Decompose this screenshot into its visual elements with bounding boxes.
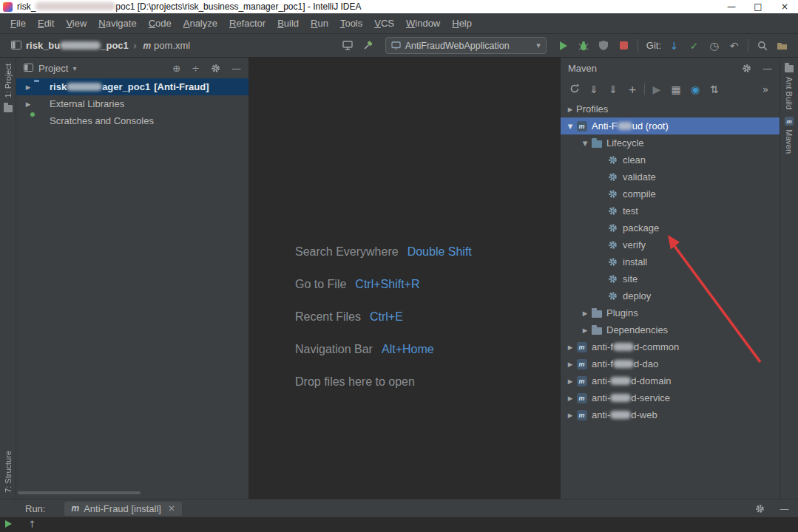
menu-file[interactable]: File (4, 16, 32, 31)
search-everywhere-icon[interactable] (752, 37, 772, 55)
gear-icon[interactable] (742, 64, 751, 73)
stop-button[interactable] (614, 37, 634, 55)
maven-module-dao[interactable]: ▶ m anti-fd-dao (561, 355, 780, 372)
offline-mode-icon[interactable]: ◉ (686, 83, 705, 95)
maven-goal-site[interactable]: site (561, 270, 780, 287)
chevron-down-icon[interactable]: ▼ (564, 123, 576, 130)
close-button[interactable]: × (771, 0, 798, 13)
maven-module-icon: m (576, 393, 587, 403)
run-config-select[interactable]: AntiFraudWebApplication ▾ (385, 37, 547, 54)
menu-vcs[interactable]: VCS (368, 16, 400, 31)
gear-icon[interactable] (211, 64, 220, 73)
git-commit-icon[interactable]: ✓ (684, 37, 704, 55)
maven-goal-validate[interactable]: validate (561, 168, 780, 185)
maven-goal-package[interactable]: package (561, 219, 780, 236)
generate-sources-icon[interactable]: ⇓ (584, 83, 603, 95)
maven-goal-install[interactable]: install (561, 253, 780, 270)
project-tree-external-libraries[interactable]: ▶ External Libraries (16, 95, 248, 112)
chevron-right-icon[interactable]: ▶ (564, 412, 576, 419)
toolstripe-ant-build[interactable]: Ant Build (785, 77, 794, 109)
git-update-icon[interactable]: ↓ (664, 37, 684, 55)
chevron-right-icon[interactable]: ▶ (579, 310, 591, 317)
maven-node-root-project[interactable]: ▼ m Anti-Fud (root) (561, 117, 780, 134)
maximize-button[interactable]: □ (745, 0, 771, 13)
gear-icon[interactable] (755, 504, 765, 514)
chevron-right-icon[interactable]: ▶ (564, 395, 576, 402)
maven-module-web[interactable]: ▶ m anti-d-web (561, 406, 780, 423)
hint-recent-files: Recent FilesCtrl+E (295, 310, 472, 324)
toolstripe-structure[interactable]: 7: Structure (4, 451, 13, 493)
maven-node-profiles[interactable]: ▶ Profiles (561, 100, 780, 117)
horizontal-scrollbar[interactable] (18, 491, 141, 494)
expand-collapse-icon[interactable]: ⇅ (705, 83, 724, 95)
chevron-down-icon[interactable]: ▼ (579, 140, 591, 147)
toolstripe-project[interactable]: 1: Project (4, 64, 13, 98)
hide-panel-icon[interactable]: — (763, 63, 772, 74)
run-goal-icon[interactable]: ▶ (647, 83, 666, 95)
project-tree-root[interactable]: ▶ riskager_poc1 [Anti-Fraud] (16, 78, 248, 95)
chevron-right-icon[interactable]: ▶ (22, 100, 34, 108)
git-rollback-icon[interactable]: ↶ (724, 37, 744, 55)
maven-goal-compile[interactable]: compile (561, 185, 780, 202)
maven-goal-verify[interactable]: verify (561, 236, 780, 253)
intellij-idea-window: risk_poc1 [D:\projects\risk_business_man… (0, 0, 798, 532)
collapse-all-icon[interactable]: ÷ (192, 63, 200, 74)
menu-help[interactable]: Help (446, 16, 478, 31)
breadcrumb-project[interactable]: risk_bu_poc1 (26, 40, 129, 51)
maven-module-service[interactable]: ▶ m anti-d-service (561, 389, 780, 406)
maven-node-plugins[interactable]: ▶ Plugins (561, 304, 780, 321)
chevron-right-icon[interactable]: ▶ (564, 106, 576, 113)
chevron-right-icon[interactable]: ▶ (564, 344, 576, 351)
scroll-up-icon[interactable]: ↑ (28, 520, 36, 528)
menu-refactor[interactable]: Refactor (223, 16, 271, 31)
maven-module-domain[interactable]: ▶ m anti-d-domain (561, 372, 780, 389)
hide-panel-icon[interactable]: — (231, 63, 241, 74)
reimport-icon[interactable] (565, 83, 584, 96)
project-panel-title[interactable]: Project (38, 63, 68, 74)
menu-navigate[interactable]: Navigate (92, 16, 142, 31)
build-hammer-icon[interactable] (358, 37, 378, 55)
breadcrumb-file[interactable]: pom.xml (154, 40, 190, 51)
debug-bug-icon[interactable] (574, 37, 594, 55)
maven-node-lifecycle[interactable]: ▼ Lifecycle (561, 134, 780, 151)
favorites-icon[interactable] (4, 105, 13, 112)
hide-panel-icon[interactable]: — (780, 503, 789, 514)
maven-goal-test[interactable]: test (561, 202, 780, 219)
hint-go-to-file: Go to FileCtrl+Shift+R (295, 278, 472, 291)
add-maven-project-icon[interactable]: + (623, 83, 642, 95)
git-history-icon[interactable]: ◷ (704, 37, 724, 55)
project-structure-icon[interactable] (772, 37, 792, 55)
rerun-button[interactable] (5, 520, 12, 528)
menu-run[interactable]: Run (305, 16, 334, 31)
project-tree-scratches[interactable]: Scratches and Consoles (16, 112, 248, 129)
menu-analyze[interactable]: Analyze (177, 16, 223, 31)
chevron-down-icon[interactable]: ▾ (72, 64, 76, 72)
maven-module-icon: m (576, 342, 587, 352)
maven-node-dependencies[interactable]: ▶ Dependencies (561, 321, 780, 338)
menu-code[interactable]: Code (143, 16, 177, 31)
execute-goal-icon[interactable]: ▦ (666, 83, 686, 95)
chevron-right-icon[interactable]: ▶ (564, 378, 576, 385)
run-tab[interactable]: m Anti-Fraud [install] × (64, 502, 182, 516)
menu-window[interactable]: Window (400, 16, 446, 31)
maven-goal-deploy[interactable]: deploy (561, 287, 780, 304)
locate-file-icon[interactable]: ⊕ (172, 63, 180, 74)
menu-view[interactable]: View (60, 16, 92, 31)
maven-module-common[interactable]: ▶ m anti-fd-common (561, 338, 780, 355)
run-button[interactable] (554, 37, 574, 55)
coverage-shield-icon[interactable] (594, 37, 614, 55)
ant-build-icon (785, 65, 794, 72)
menu-build[interactable]: Build (271, 16, 305, 31)
menu-tools[interactable]: Tools (334, 16, 368, 31)
chevron-right-icon[interactable]: ▶ (22, 83, 34, 91)
download-sources-icon[interactable]: ⇓ (603, 83, 623, 95)
chevron-right-icon[interactable]: ▶ (579, 327, 591, 334)
menu-edit[interactable]: Edit (32, 16, 60, 31)
show-toolwindows-icon[interactable] (338, 37, 358, 55)
close-tab-icon[interactable]: × (168, 503, 175, 514)
chevron-right-icon[interactable]: ▶ (564, 361, 576, 368)
toolstripe-maven[interactable]: Maven (785, 129, 794, 154)
more-actions-icon[interactable]: » (756, 83, 775, 95)
maven-goal-clean[interactable]: clean (561, 151, 780, 168)
minimize-button[interactable]: — (718, 0, 745, 13)
